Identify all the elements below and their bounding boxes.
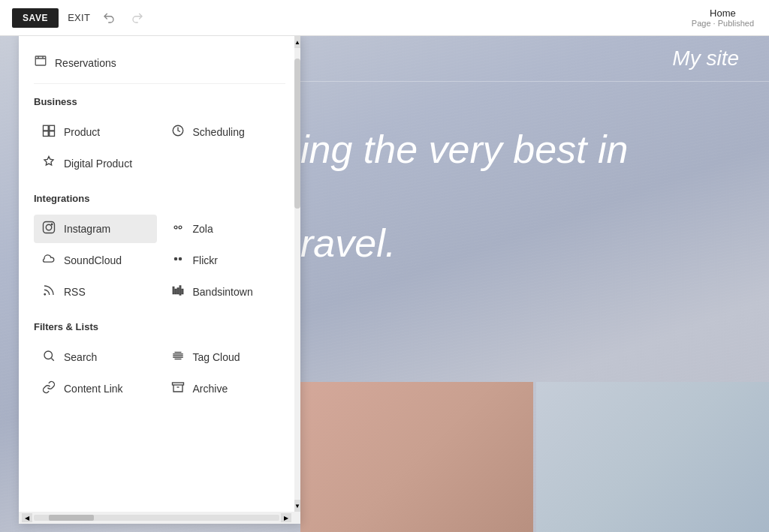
instagram-item[interactable]: Instagram bbox=[34, 215, 157, 243]
flickr-icon bbox=[170, 252, 185, 269]
product-item[interactable]: Product bbox=[34, 118, 157, 146]
svg-rect-20 bbox=[172, 383, 183, 385]
redo-button[interactable] bbox=[128, 8, 147, 28]
redo-icon bbox=[131, 11, 144, 25]
svg-point-8 bbox=[51, 224, 53, 225]
search-item[interactable]: Search bbox=[34, 343, 157, 371]
archive-label: Archive bbox=[193, 383, 228, 395]
panel-content[interactable]: Reservations Business Product bbox=[19, 36, 300, 524]
tag-cloud-icon bbox=[170, 349, 185, 365]
flickr-label: Flickr bbox=[193, 254, 218, 266]
instagram-icon bbox=[41, 221, 56, 237]
instagram-label: Instagram bbox=[64, 223, 110, 235]
scroll-thumb[interactable] bbox=[294, 59, 300, 209]
search-label: Search bbox=[64, 351, 97, 363]
section-business: Business bbox=[34, 96, 285, 107]
h-scroll-thumb[interactable] bbox=[49, 515, 94, 521]
svg-rect-1 bbox=[44, 125, 49, 131]
digital-product-icon bbox=[41, 155, 56, 172]
svg-point-11 bbox=[173, 257, 177, 261]
reservations-icon bbox=[34, 54, 47, 71]
soundcloud-icon bbox=[41, 252, 56, 269]
svg-point-12 bbox=[178, 257, 182, 261]
hero-text: ing the very best in ravel. bbox=[300, 126, 769, 266]
svg-point-13 bbox=[44, 294, 46, 296]
bandsintown-label: Bandsintown bbox=[193, 286, 253, 298]
site-title: My site bbox=[672, 47, 739, 71]
scroll-down-arrow[interactable]: ▼ bbox=[294, 500, 300, 512]
product-icon bbox=[41, 124, 56, 140]
scheduling-label: Scheduling bbox=[193, 126, 245, 138]
canvas: Blog About My site ing the very best in … bbox=[0, 36, 769, 532]
exit-button[interactable]: EXIT bbox=[68, 12, 90, 23]
archive-item[interactable]: Archive bbox=[163, 374, 286, 403]
scroll-left-arrow[interactable]: ◀ bbox=[22, 513, 32, 522]
zola-label: Zola bbox=[193, 223, 213, 235]
scroll-right-arrow[interactable]: ▶ bbox=[281, 513, 291, 522]
archive-icon bbox=[170, 380, 185, 397]
svg-rect-4 bbox=[50, 131, 55, 137]
rss-label: RSS bbox=[64, 286, 86, 298]
tag-cloud-label: Tag Cloud bbox=[193, 351, 240, 363]
content-link-label: Content Link bbox=[64, 383, 123, 395]
reservations-label: Reservations bbox=[55, 57, 116, 69]
svg-rect-0 bbox=[35, 56, 46, 65]
tag-cloud-item[interactable]: Tag Cloud bbox=[163, 343, 286, 371]
h-scroll-track bbox=[34, 515, 279, 521]
bandsintown-item[interactable]: Bandsintown bbox=[163, 278, 286, 306]
horizontal-scrollbar[interactable]: ◀ ▶ bbox=[19, 512, 294, 524]
section-filters: Filters & Lists bbox=[34, 321, 285, 332]
zola-item[interactable]: Zola bbox=[163, 215, 286, 243]
bandsintown-icon bbox=[170, 284, 185, 300]
scheduling-item[interactable]: Scheduling bbox=[163, 118, 286, 146]
search-icon bbox=[41, 349, 56, 365]
digital-product-item[interactable]: Digital Product bbox=[34, 149, 157, 178]
bottom-images bbox=[300, 382, 769, 532]
page-status: Page · Published bbox=[692, 19, 754, 28]
business-grid: Product Scheduling bbox=[34, 118, 285, 178]
zola-icon bbox=[170, 221, 185, 237]
scroll-up-arrow[interactable]: ▲ bbox=[294, 36, 300, 48]
page-name: Home bbox=[692, 8, 754, 19]
section-integrations: Integrations bbox=[34, 193, 285, 204]
svg-point-14 bbox=[44, 351, 53, 359]
dropdown-panel: Reservations Business Product bbox=[19, 36, 300, 524]
reservations-item[interactable]: Reservations bbox=[34, 48, 285, 84]
svg-point-7 bbox=[46, 224, 52, 230]
save-button[interactable]: SAVE bbox=[12, 8, 59, 28]
svg-rect-6 bbox=[44, 222, 55, 233]
svg-point-10 bbox=[179, 226, 182, 229]
page-info: Home Page · Published bbox=[692, 8, 754, 28]
image-strip-2 bbox=[536, 382, 769, 532]
soundcloud-item[interactable]: SoundCloud bbox=[34, 246, 157, 275]
digital-product-label: Digital Product bbox=[64, 158, 132, 170]
rss-item[interactable]: RSS bbox=[34, 278, 157, 306]
svg-rect-2 bbox=[50, 125, 55, 131]
undo-icon bbox=[102, 11, 116, 25]
toolbar: SAVE EXIT Home Page · Published bbox=[0, 0, 769, 36]
undo-button[interactable] bbox=[99, 8, 119, 28]
filters-grid: Search Tag Cloud bbox=[34, 343, 285, 403]
content-link-icon bbox=[41, 380, 56, 397]
svg-point-9 bbox=[174, 226, 177, 229]
image-strip-1 bbox=[300, 382, 533, 532]
svg-rect-3 bbox=[44, 131, 49, 137]
soundcloud-label: SoundCloud bbox=[64, 254, 122, 266]
product-label: Product bbox=[64, 126, 100, 138]
integrations-grid: Instagram Zola bbox=[34, 215, 285, 306]
flickr-item[interactable]: Flickr bbox=[163, 246, 286, 275]
scheduling-icon bbox=[170, 124, 185, 140]
rss-icon bbox=[41, 284, 56, 300]
content-link-item[interactable]: Content Link bbox=[34, 374, 157, 403]
